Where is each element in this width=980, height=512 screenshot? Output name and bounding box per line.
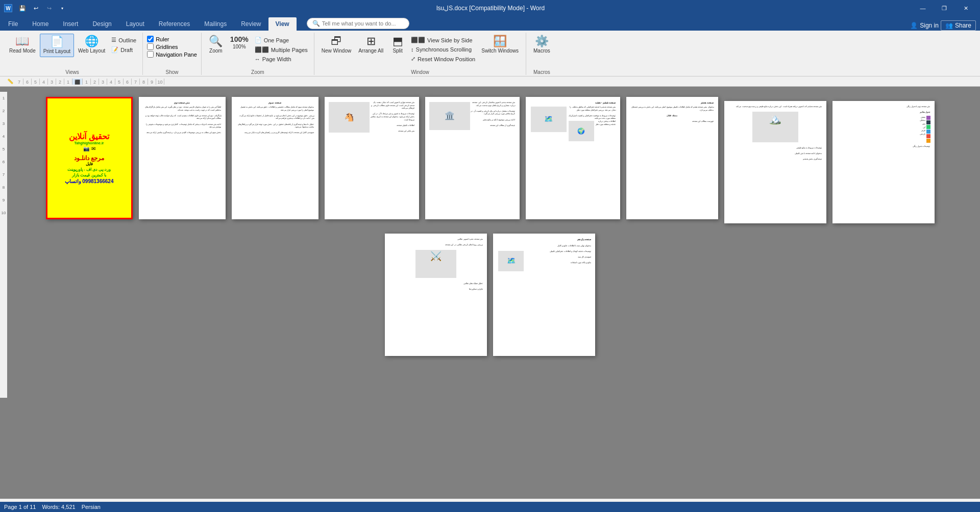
read-mode-button[interactable]: 📖 Read Mode [6, 34, 39, 56]
restore-button[interactable]: ❐ [934, 1, 954, 16]
switch-windows-button[interactable]: 🪟 Switch Windows [478, 34, 522, 56]
save-button[interactable]: 💾 [16, 2, 29, 14]
print-layout-icon: 📄 [50, 36, 64, 47]
page-content-11: صفحه یازدهم محتوای نهایی سند با اطلاعات … [493, 234, 595, 356]
arrange-all-icon: ⊞ [366, 36, 376, 47]
document-page-6[interactable]: صفحه ششم - نقشه 🗺️ متن صفحه ششم با نقشه … [526, 97, 620, 219]
window-controls: — ❐ ✕ [913, 1, 976, 16]
views-group-content: 📖 Read Mode 📄 Print Layout 🌐 Web Layout … [6, 34, 138, 68]
ad-body: مرجع دانلـود [74, 155, 104, 162]
web-layout-icon: 🌐 [85, 36, 99, 47]
gridlines-check[interactable] [147, 43, 154, 50]
draft-icon: 📝 [111, 46, 118, 53]
synchronous-scrolling-button[interactable]: ↕ Synchronous Scrolling [409, 45, 477, 54]
macros-icon: ⚙️ [535, 36, 549, 47]
document-page-7[interactable]: صفحه هفتم محتوای متنی صفحه هفتم که شامل … [626, 97, 718, 219]
tab-home[interactable]: Home [25, 17, 56, 31]
tab-layout[interactable]: Layout [119, 17, 152, 31]
ruler-mark: 4 [40, 79, 48, 85]
views-secondary: ☰ Outline 📝 Draft [109, 34, 138, 54]
navigation-pane-check[interactable] [147, 51, 154, 58]
print-layout-button[interactable]: 📄 Print Layout [40, 34, 74, 57]
soldiers-image: ⚔️ [415, 250, 456, 278]
arrange-all-button[interactable]: ⊞ Arrange All [355, 34, 386, 56]
document-area[interactable]: تحقیق آنلاین Tahghighonline.ir 📷✉ مرجع د… [0, 87, 980, 499]
ruler-check[interactable] [147, 36, 154, 42]
view-side-by-side-button[interactable]: ⬛⬛ View Side by Side [409, 36, 477, 44]
gridlines-checkbox[interactable]: Gridlines [147, 43, 197, 50]
switch-windows-icon: 🪟 [493, 36, 507, 47]
window-group: 🗗 New Window ⊞ Arrange All ⬒ Split ⬛⬛ Vi… [314, 33, 526, 75]
tell-me-box[interactable]: 🔍 [307, 18, 409, 29]
minimize-button[interactable]: — [913, 1, 933, 16]
title-bar: W 💾 ↩ ↪ ▾ lsuلS.docx [Compatibility Mode… [0, 0, 980, 16]
page-width-icon: ↔ [255, 56, 260, 62]
sign-in-button[interactable]: 👤 Sign in [910, 22, 939, 29]
ruler-checkbox[interactable]: Ruler [147, 36, 197, 42]
split-button[interactable]: ⬒ Split [387, 34, 408, 56]
ruler-mark: 2 [56, 79, 64, 85]
document-page-3[interactable]: صفحه سوم محتوای صفحه سوم که شامل مطالب ت… [232, 97, 318, 219]
multiple-pages-button[interactable]: ⬛⬛ Multiple Pages [253, 45, 310, 54]
split-icon: ⬒ [393, 36, 403, 47]
ad-logo: Tahghighonline.ir [74, 141, 104, 145]
tab-references[interactable]: References [152, 17, 197, 31]
zoom-button[interactable]: 🔍 Zoom [206, 34, 226, 56]
document-page-2[interactable]: متن صفحه دوم لطفاً این متن را به عنوان م… [139, 97, 226, 219]
multiple-pages-icon: ⬛⬛ [255, 46, 269, 53]
document-page-9[interactable]: متن صفحه نهم با جدول رنگی جدول مقادیر بن… [832, 101, 935, 223]
user-actions: 👤 Sign in 👥 Share [910, 20, 980, 31]
building-image: 🏛️ [429, 102, 470, 130]
views-group-label: Views [6, 68, 138, 75]
macros-button[interactable]: ⚙️ Macros [530, 34, 553, 56]
ruler-mark: 7 [15, 79, 23, 85]
ribbon-tabs: File Home Insert Design Layout Reference… [0, 16, 980, 31]
left-ruler: 1 2 3 4 5 6 7 8 9 10 [0, 92, 7, 398]
navigation-pane-checkbox[interactable]: Navigation Pane [147, 51, 197, 58]
tab-design[interactable]: Design [85, 17, 118, 31]
ruler-mark: ⬛ [72, 79, 83, 85]
document-page-11[interactable]: صفحه یازدهم محتوای نهایی سند با اطلاعات … [493, 234, 595, 356]
document-page-5[interactable]: 🏛️ متن صفحه پنجم با تصویر ساختمان تاریخی… [425, 97, 520, 219]
one-page-icon: 📄 [255, 37, 262, 43]
views-group: 📖 Read Mode 📄 Print Layout 🌐 Web Layout … [2, 33, 143, 75]
document-page-10[interactable]: متن صفحه دهم با تصویر نظامی بررسی رویداد… [385, 234, 487, 356]
zoom-options: 📄 One Page ⬛⬛ Multiple Pages ↔ Page Widt… [253, 34, 310, 63]
draft-button[interactable]: 📝 Draft [109, 45, 138, 54]
tab-insert[interactable]: Insert [56, 17, 85, 31]
ruler-mark: 6 [23, 79, 32, 85]
tell-me-input[interactable] [322, 20, 404, 27]
lake-image: 🏔️ [752, 112, 798, 142]
one-page-button[interactable]: 📄 One Page [253, 36, 310, 44]
zoom-100-button[interactable]: 100% 100% [227, 34, 252, 52]
page-content-9: متن صفحه نهم با جدول رنگی جدول مقادیر بن… [832, 101, 935, 223]
tab-review[interactable]: Review [234, 17, 268, 31]
tab-mailings[interactable]: Mailings [197, 17, 234, 31]
tab-file[interactable]: File [1, 17, 25, 31]
document-page-4[interactable]: 🐴 متن صفحه چهارم با تصویر اسب که نشان ده… [325, 97, 419, 219]
close-button[interactable]: ✕ [955, 1, 976, 16]
reset-window-position-button[interactable]: ⤢ Reset Window Position [409, 55, 477, 63]
web-layout-button[interactable]: 🌐 Web Layout [75, 34, 108, 56]
undo-button[interactable]: ↩ [30, 2, 42, 14]
page-width-button[interactable]: ↔ Page Width [253, 55, 310, 63]
ruler-mark: 3 [48, 79, 56, 85]
quick-access-dropdown[interactable]: ▾ [56, 2, 68, 14]
document-page-8[interactable]: متن صفحه هشتم که با تصویر دریاچه همراه ا… [724, 101, 826, 223]
sync-scroll-icon: ↕ [411, 46, 414, 53]
ruler-mark: 8 [140, 79, 148, 85]
redo-button[interactable]: ↪ [43, 2, 55, 14]
ruler-mark: 1 [83, 79, 91, 85]
document-page-1[interactable]: تحقیق آنلاین Tahghighonline.ir 📷✉ مرجع د… [46, 97, 133, 219]
horse-image: 🐴 [329, 102, 370, 133]
page-content-8: متن صفحه هشتم که با تصویر دریاچه همراه ا… [724, 101, 826, 223]
small-map-image: 🗺️ [498, 251, 524, 271]
window-group-content: 🗗 New Window ⊞ Arrange All ⬒ Split ⬛⬛ Vi… [318, 34, 522, 68]
search-icon: 🔍 [312, 20, 320, 27]
new-window-button[interactable]: 🗗 New Window [318, 34, 354, 56]
tab-view[interactable]: View [268, 17, 297, 31]
ruler-mark: 5 [115, 79, 124, 85]
map-image-bottom: 🌍 [569, 121, 594, 141]
outline-button[interactable]: ☰ Outline [109, 36, 138, 44]
share-button[interactable]: 👥 Share [941, 20, 976, 31]
